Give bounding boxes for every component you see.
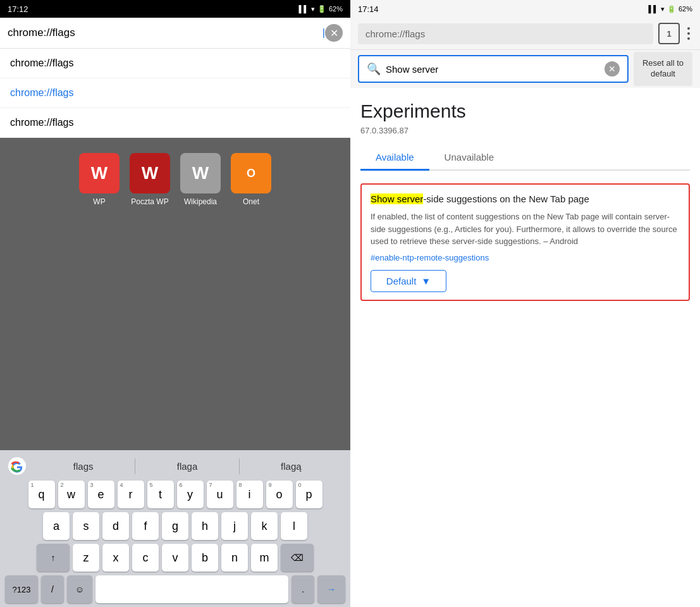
suggestions-list: chrome://flags chrome://flags chrome://f… bbox=[0, 49, 350, 138]
flag-description-1: If enabled, the list of content suggesti… bbox=[371, 211, 680, 248]
suggestion-item-3[interactable]: chrome://flags bbox=[0, 108, 350, 138]
chrome-toolbar: chrome://flags 1 bbox=[350, 18, 700, 50]
key-h[interactable]: h bbox=[192, 512, 218, 540]
chrome-address-bar[interactable]: chrome://flags bbox=[358, 23, 653, 44]
key-e[interactable]: 3e bbox=[88, 481, 114, 508]
flag-link-1[interactable]: #enable-ntp-remote-suggestions bbox=[371, 253, 680, 262]
tab-available[interactable]: Available bbox=[360, 145, 429, 171]
suggestion-item-1[interactable]: chrome://flags bbox=[0, 49, 350, 78]
clear-search-button[interactable]: ✕ bbox=[605, 61, 620, 77]
thumbnail-onet[interactable]: O Onet bbox=[231, 153, 271, 206]
key-c[interactable]: c bbox=[132, 544, 159, 572]
menu-button[interactable] bbox=[685, 25, 692, 42]
battery-icon-left: 🔋 bbox=[317, 5, 326, 13]
key-backspace[interactable]: ⌫ bbox=[281, 544, 314, 572]
battery-percent-right: 62% bbox=[679, 5, 692, 13]
flag-card-1: Show server-side suggestions on the New … bbox=[360, 183, 690, 301]
flag-title-1: Show server-side suggestions on the New … bbox=[371, 192, 680, 205]
clear-icon: ✕ bbox=[330, 27, 338, 39]
flag-dropdown-value: Default bbox=[386, 276, 417, 286]
key-r[interactable]: 4r bbox=[118, 481, 144, 508]
word-suggestion-1[interactable]: flags bbox=[32, 458, 135, 474]
thumbnails-row: W WP W Poczta WP W Wikipedia O Onet bbox=[79, 153, 271, 206]
flags-search-input[interactable] bbox=[386, 64, 599, 75]
tab-unavailable[interactable]: Unavailable bbox=[429, 145, 509, 171]
status-bar-right: 17:14 ▌▌ ▾ 🔋 62% bbox=[350, 0, 700, 18]
keyboard-rows: 1q 2w 3e 4r 5t 6y 7u 8i 9o 0p a s d f g … bbox=[3, 479, 348, 604]
key-l[interactable]: l bbox=[281, 512, 307, 540]
key-w[interactable]: 2w bbox=[58, 481, 85, 508]
thumbnail-icon-onet: O bbox=[231, 153, 271, 193]
address-input[interactable] bbox=[8, 27, 322, 39]
key-u[interactable]: 7u bbox=[207, 481, 233, 508]
key-z[interactable]: z bbox=[73, 544, 99, 572]
version-text: 67.0.3396.87 bbox=[360, 126, 690, 135]
search-icon: 🔍 bbox=[367, 62, 381, 76]
status-bar-left: 17:12 ▌▌ ▾ 🔋 62% bbox=[0, 0, 350, 18]
key-x[interactable]: x bbox=[102, 544, 129, 572]
tab-count-button[interactable]: 1 bbox=[658, 23, 680, 44]
thumbnail-label-onet: Onet bbox=[243, 197, 259, 206]
time-right: 17:14 bbox=[358, 4, 648, 14]
key-n[interactable]: n bbox=[221, 544, 248, 572]
key-row-3: ↑ z x c v b n m ⌫ bbox=[5, 544, 345, 572]
key-space[interactable] bbox=[95, 575, 288, 603]
address-bar-container: | ✕ bbox=[0, 18, 350, 49]
status-icons-left: ▌▌ ▾ 🔋 62% bbox=[298, 5, 343, 13]
suggestion-item-2[interactable]: chrome://flags bbox=[0, 78, 350, 108]
time-left: 17:12 bbox=[8, 4, 298, 14]
thumbnail-wp[interactable]: W WP bbox=[79, 153, 120, 206]
key-j[interactable]: j bbox=[221, 512, 248, 540]
word-suggestions-row: flags flaga flagą bbox=[3, 454, 348, 479]
key-row-2: a s d f g h j k l bbox=[5, 512, 345, 540]
google-logo bbox=[8, 457, 27, 475]
key-v[interactable]: v bbox=[162, 544, 188, 572]
key-o[interactable]: 9o bbox=[266, 481, 293, 508]
key-row-1: 1q 2w 3e 4r 5t 6y 7u 8i 9o 0p bbox=[5, 481, 345, 508]
word-suggestion-3[interactable]: flagą bbox=[240, 458, 343, 474]
thumbnail-poczta[interactable]: W Poczta WP bbox=[130, 153, 170, 206]
key-emoji[interactable]: ☺ bbox=[67, 575, 92, 603]
thumbnail-icon-wp: W bbox=[79, 153, 120, 193]
flag-title-highlight: Show server bbox=[371, 193, 423, 204]
right-panel: 17:14 ▌▌ ▾ 🔋 62% chrome://flags 1 🔍 ✕ Re… bbox=[350, 0, 700, 607]
clear-search-icon: ✕ bbox=[608, 64, 616, 74]
keyboard-area: flags flaga flagą 1q 2w 3e 4r 5t 6y 7u 8… bbox=[0, 450, 350, 607]
key-p[interactable]: 0p bbox=[296, 481, 322, 508]
key-k[interactable]: k bbox=[251, 512, 278, 540]
browser-thumbnails: W WP W Poczta WP W Wikipedia O Onet bbox=[0, 138, 350, 450]
key-q[interactable]: 1q bbox=[28, 481, 55, 508]
key-numbers[interactable]: ?123 bbox=[5, 575, 38, 603]
flag-dropdown-1[interactable]: Default ▼ bbox=[371, 270, 446, 292]
key-a[interactable]: a bbox=[43, 512, 70, 540]
key-shift[interactable]: ↑ bbox=[37, 544, 70, 572]
key-enter[interactable]: → bbox=[317, 575, 345, 603]
key-f[interactable]: f bbox=[132, 512, 159, 540]
thumbnail-label-wp: WP bbox=[93, 197, 105, 206]
key-g[interactable]: g bbox=[162, 512, 188, 540]
key-period[interactable]: . bbox=[292, 575, 314, 603]
key-m[interactable]: m bbox=[251, 544, 278, 572]
word-suggestion-2[interactable]: flaga bbox=[135, 458, 239, 474]
key-d[interactable]: d bbox=[102, 512, 129, 540]
thumbnail-label-wikipedia: Wikipedia bbox=[184, 197, 217, 206]
experiments-title: Experiments bbox=[360, 101, 690, 122]
thumbnail-label-poczta: Poczta WP bbox=[131, 197, 168, 206]
key-t[interactable]: 5t bbox=[147, 481, 174, 508]
key-b[interactable]: b bbox=[192, 544, 218, 572]
clear-address-button[interactable]: ✕ bbox=[325, 24, 343, 42]
menu-dot-3 bbox=[687, 37, 690, 40]
menu-dot-2 bbox=[687, 32, 690, 35]
flag-dropdown-arrow: ▼ bbox=[421, 276, 431, 286]
flag-title-suffix: -side suggestions on the New Tab page bbox=[423, 193, 589, 204]
key-s[interactable]: s bbox=[73, 512, 99, 540]
wifi-icon-left: ▾ bbox=[311, 5, 315, 13]
wifi-icon-right: ▾ bbox=[661, 5, 665, 13]
key-i[interactable]: 8i bbox=[236, 481, 263, 508]
thumbnail-wikipedia[interactable]: W Wikipedia bbox=[180, 153, 221, 206]
key-y[interactable]: 6y bbox=[177, 481, 204, 508]
key-slash[interactable]: / bbox=[41, 575, 64, 603]
experiments-content: Experiments 67.0.3396.87 Available Unava… bbox=[350, 88, 700, 607]
reset-all-button[interactable]: Reset all todefault bbox=[634, 52, 692, 86]
thumbnail-icon-wikipedia: W bbox=[180, 153, 221, 193]
